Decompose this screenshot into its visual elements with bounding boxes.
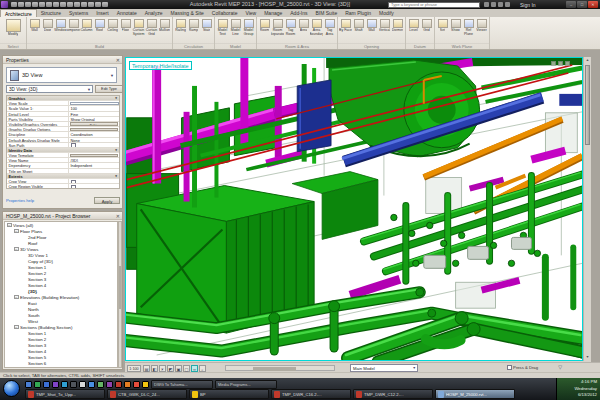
ribbon-button[interactable]: Railing xyxy=(174,18,187,43)
view-control-icon[interactable]: ☼ xyxy=(199,365,206,372)
browser-tree-item[interactable]: Section 7 xyxy=(5,366,117,368)
ribbon-tab[interactable]: Insert xyxy=(92,9,113,17)
navigation-icon[interactable] xyxy=(551,61,556,66)
ribbon-button[interactable]: By Face xyxy=(339,18,352,43)
ribbon-tab[interactable]: Ram Plugin xyxy=(341,9,375,17)
navigation-icon[interactable] xyxy=(565,61,570,66)
view-control-icon[interactable]: ◧ xyxy=(151,365,158,372)
close-button[interactable]: ✕ xyxy=(588,1,598,8)
taskbar-app-button[interactable]: HOSP_M_25000.rvt... xyxy=(435,389,515,399)
taskbar-app-button[interactable]: TMP_DWR_C16.2-... xyxy=(271,389,351,399)
press-drag-toggle[interactable]: Press & Drag xyxy=(507,365,538,370)
ribbon-tab[interactable]: Annotate xyxy=(113,9,141,17)
expand-icon[interactable]: − xyxy=(14,295,19,300)
infocenter-search-input[interactable] xyxy=(388,2,480,8)
qat-tool-icon[interactable] xyxy=(25,2,31,8)
ribbon-button[interactable]: Room xyxy=(258,18,271,43)
sign-in-button[interactable]: Sign In xyxy=(520,2,536,8)
quick-launch-icon[interactable] xyxy=(34,381,41,388)
qat-tool-icon[interactable] xyxy=(95,2,101,8)
properties-help-link[interactable]: Properties help xyxy=(6,197,34,205)
taskbar-window-group-button[interactable]: Media Programs... xyxy=(215,380,277,389)
ribbon-button[interactable]: Mullion xyxy=(158,18,171,43)
qat-tool-icon[interactable] xyxy=(67,2,73,8)
workset-selector[interactable]: Main Model▼ xyxy=(350,364,418,372)
ribbon-button[interactable]: Viewer xyxy=(475,18,488,43)
taskbar-window-group-button[interactable]: DWG To Tahoma... xyxy=(151,380,213,389)
ribbon-panel-label[interactable]: Circulation xyxy=(173,43,214,49)
ribbon-tab[interactable]: Collaborate xyxy=(208,9,242,17)
expand-icon[interactable]: − xyxy=(7,223,12,228)
ribbon-button[interactable]: Area Boundary xyxy=(310,18,323,43)
qat-tool-icon[interactable] xyxy=(102,2,108,8)
ribbon-button[interactable]: Wall xyxy=(365,18,378,43)
infocenter-icon[interactable] xyxy=(491,2,496,7)
browser-scrollbar[interactable] xyxy=(118,221,122,368)
quick-launch-icon[interactable] xyxy=(52,381,59,388)
close-icon[interactable]: ✕ xyxy=(116,213,120,219)
ribbon-button[interactable]: Shaft xyxy=(352,18,365,43)
qat-tool-icon[interactable] xyxy=(39,2,45,8)
view-control-icon[interactable]: ◩ xyxy=(167,365,174,372)
ribbon-button[interactable]: Column xyxy=(80,18,93,43)
view-control-icon[interactable]: ∞ xyxy=(191,365,198,372)
view-scale-button[interactable]: 1:100 xyxy=(127,365,141,372)
property-row[interactable]: Crop Region Visible xyxy=(7,184,119,189)
view-control-icon[interactable]: ▢ xyxy=(183,365,190,372)
maximize-button[interactable]: □ xyxy=(577,1,587,8)
ribbon-panel-label[interactable]: Model xyxy=(215,43,256,49)
qat-tool-icon[interactable] xyxy=(46,2,52,8)
ribbon-button[interactable]: Ref Plane xyxy=(462,18,475,43)
qat-tool-icon[interactable] xyxy=(74,2,80,8)
taskbar-app-button[interactable]: TMP_DWR_C12.2-... xyxy=(353,389,433,399)
navigation-icon[interactable] xyxy=(558,61,563,66)
ribbon-button[interactable]: Component xyxy=(67,18,80,43)
view-control-icon[interactable]: ☀ xyxy=(159,365,166,372)
qat-tool-icon[interactable] xyxy=(88,2,94,8)
ribbon-button[interactable]: Model Group xyxy=(242,18,255,43)
quick-launch-icon[interactable] xyxy=(142,381,149,388)
ribbon-button[interactable]: Tag Room xyxy=(284,18,297,43)
ribbon-button[interactable]: Floor xyxy=(119,18,132,43)
ribbon-tab[interactable]: Manage xyxy=(260,9,286,17)
quick-launch-icon[interactable] xyxy=(79,381,86,388)
ribbon-button[interactable]: Room Separator xyxy=(271,18,284,43)
ribbon-button[interactable]: Grid xyxy=(420,18,433,43)
ribbon-panel-label[interactable]: Select xyxy=(0,43,26,49)
ribbon-tab[interactable]: Massing & Site xyxy=(167,9,208,17)
taskbar-app-button[interactable]: BP xyxy=(189,389,269,399)
quick-launch-icon[interactable] xyxy=(124,381,131,388)
quick-launch-icon[interactable] xyxy=(70,381,77,388)
scroll-down-icon[interactable]: ▼ xyxy=(584,354,591,361)
ribbon-panel-label[interactable]: Room & Area xyxy=(257,43,337,49)
type-selector[interactable]: 3D View ▼ xyxy=(6,67,117,83)
view-control-icon[interactable]: ▤ xyxy=(143,365,150,372)
ribbon-button[interactable]: Set xyxy=(436,18,449,43)
ribbon-button[interactable]: Tag Area xyxy=(323,18,336,43)
ribbon-button[interactable]: Model Text xyxy=(216,18,229,43)
ribbon-button[interactable]: Stair xyxy=(200,18,213,43)
ribbon-tab[interactable]: View xyxy=(241,9,260,17)
view-control-icon[interactable]: ▣ xyxy=(175,365,182,372)
ribbon-tab[interactable]: Structure xyxy=(37,9,65,17)
press-drag-checkbox[interactable] xyxy=(507,365,512,370)
taskbar-app-button[interactable]: TMP_Shot_To_Upp... xyxy=(25,389,105,399)
revit-application-menu-icon[interactable] xyxy=(1,1,8,8)
ribbon-button[interactable]: Model Line xyxy=(229,18,242,43)
apply-button[interactable]: Apply xyxy=(94,197,120,204)
ribbon-panel-label[interactable]: Datum xyxy=(406,43,434,49)
ribbon-button[interactable]: Level xyxy=(407,18,420,43)
quick-launch-icon[interactable] xyxy=(43,381,50,388)
ribbon-button[interactable]: Window xyxy=(54,18,67,43)
infocenter-icon[interactable] xyxy=(505,2,510,7)
edit-type-button[interactable]: Edit Type xyxy=(95,85,123,93)
taskbar-app-button[interactable]: CTB_GWK_DLC_24... xyxy=(107,389,187,399)
ribbon-button[interactable]: Show xyxy=(449,18,462,43)
ribbon-button[interactable]: Roof xyxy=(93,18,106,43)
ribbon-tab[interactable]: Modify xyxy=(375,9,398,17)
ribbon-button[interactable]: Ceiling xyxy=(106,18,119,43)
ribbon-button[interactable]: Curtain Grid xyxy=(145,18,158,43)
quick-launch-icon[interactable] xyxy=(88,381,95,388)
ribbon-button[interactable]: Area xyxy=(297,18,310,43)
quick-launch-icon[interactable] xyxy=(25,381,32,388)
